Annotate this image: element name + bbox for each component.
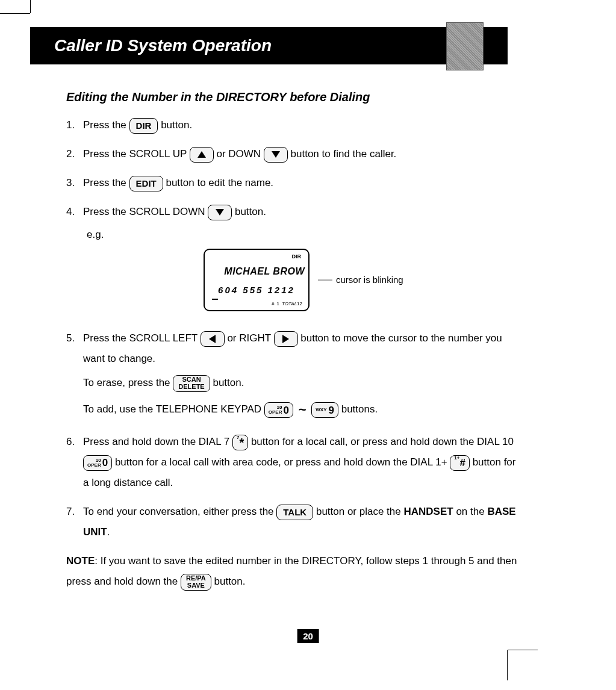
lcd-total-label: TOTAL	[282, 301, 297, 306]
button-label-top: RE/PA	[186, 575, 206, 582]
text: button.	[235, 206, 266, 217]
section-header: Caller ID System Operation	[30, 27, 508, 64]
step-6: 6. Press and hold down the DIAL 7 7 * bu…	[66, 432, 524, 493]
talk-button: TALK	[276, 505, 313, 520]
lcd-footer: # 1 TOTAL12	[208, 299, 305, 309]
text: button or place the	[316, 506, 404, 517]
crop-mark	[507, 650, 508, 680]
keypad-9-button: WXY 9	[311, 402, 338, 418]
keypad-star-button: 7 *	[232, 435, 248, 450]
key-super: OPER	[269, 410, 282, 415]
text: Press the	[83, 119, 129, 131]
text: button for a local call with area code, …	[115, 456, 450, 468]
text: .	[107, 526, 110, 538]
thumb-tab-graphic	[446, 22, 484, 70]
arrow-left-icon	[209, 335, 216, 343]
text: button for a local call, or press and ho…	[251, 436, 514, 447]
cursor-indicator	[212, 299, 218, 300]
key-symbol: *	[239, 437, 244, 449]
lcd-example: DIR MICHAEL BROW 604 555 1212 # 1 TOTAL1…	[204, 249, 524, 311]
text: Press the	[83, 177, 129, 188]
edit-button: EDIT	[129, 176, 163, 191]
scroll-up-button	[190, 147, 214, 163]
scroll-down-button	[264, 147, 288, 163]
subheading: Editing the Number in the DIRECTORY befo…	[66, 90, 524, 104]
step-number: 4.	[66, 202, 83, 320]
scroll-down-button	[208, 205, 232, 220]
key-super: OPER	[87, 463, 101, 468]
scroll-right-button	[274, 331, 298, 347]
section-title: Caller ID System Operation	[54, 36, 272, 55]
text: Press the SCROLL UP	[83, 148, 190, 160]
lcd-name: MICHAEL BROW	[208, 262, 305, 281]
step-number: 2.	[66, 144, 83, 164]
arrow-down-icon	[272, 151, 280, 158]
scroll-left-button	[201, 331, 225, 347]
text: To erase, press the	[83, 377, 173, 388]
arrow-up-icon	[198, 151, 206, 158]
crop-mark	[0, 13, 30, 14]
step-4: 4. Press the SCROLL DOWN button. e.g. DI…	[66, 202, 524, 320]
scan-delete-button: SCAN DELETE	[173, 375, 210, 392]
key-super: 1+	[454, 456, 459, 461]
lcd-total-value: 12	[297, 301, 302, 306]
content-area: Editing the Number in the DIRECTORY befo…	[66, 90, 524, 592]
lcd-mode: DIR	[208, 251, 305, 262]
example-label: e.g.	[87, 225, 524, 245]
text: or RIGHT	[227, 332, 273, 344]
step-7: 7. To end your conversation, either pres…	[66, 502, 524, 542]
button-label-bottom: DELETE	[178, 384, 204, 391]
page-number: 20	[297, 629, 319, 643]
text: To end your conversation, either press t…	[83, 506, 276, 517]
step-list: 1. Press the DIR button. 2. Press the SC…	[66, 115, 524, 542]
text: To add, use the TELEPHONE KEYPAD	[83, 403, 264, 415]
text: buttons.	[341, 403, 378, 415]
keypad-hash-button: 1+ #	[450, 455, 470, 471]
text: on the	[456, 506, 487, 517]
text: : If you want to save the edited number …	[66, 555, 517, 587]
lcd-number: 604 555 1212	[208, 281, 305, 299]
manual-page: Caller ID System Operation Editing the N…	[0, 0, 616, 690]
text: Press the SCROLL DOWN	[83, 206, 208, 217]
lcd-callout: cursor is blinking	[318, 271, 403, 289]
arrow-down-icon	[216, 209, 224, 216]
handset-label: HANDSET	[403, 506, 453, 517]
step-3: 3. Press the EDIT button to edit the nam…	[66, 173, 524, 193]
text: button to find the caller.	[291, 148, 397, 160]
lcd-hash: #	[272, 301, 274, 306]
button-label-bottom: SAVE	[187, 582, 205, 589]
callout-text: cursor is blinking	[336, 271, 403, 289]
arrow-right-icon	[282, 335, 289, 343]
button-label-top: SCAN	[182, 376, 201, 384]
lcd-screen: DIR MICHAEL BROW 604 555 1212 # 1 TOTAL1…	[204, 249, 310, 311]
step-number: 1.	[66, 115, 83, 135]
key-digit: 9	[329, 405, 334, 415]
note-label: NOTE	[66, 555, 95, 567]
keypad-0-button: 10OPER 0	[83, 455, 112, 471]
step-2: 2. Press the SCROLL UP or DOWN button to…	[66, 144, 524, 164]
step-number: 3.	[66, 173, 83, 193]
repa-save-button: RE/PA SAVE	[181, 574, 211, 591]
text: or DOWN	[216, 148, 263, 160]
key-symbol: #	[459, 458, 465, 468]
dir-button: DIR	[129, 118, 158, 134]
crop-mark	[30, 0, 31, 13]
callout-line-icon	[318, 279, 332, 281]
text: button to edit the name.	[166, 177, 273, 188]
step-number: 6.	[66, 432, 83, 493]
key-digit: 0	[102, 458, 108, 468]
text: button.	[213, 377, 244, 388]
text: Press and hold down the DIAL 7	[83, 436, 232, 447]
key-letters: WXY	[316, 408, 326, 412]
range-tilde: ~	[299, 402, 306, 417]
text: Press the SCROLL LEFT	[83, 332, 201, 344]
lcd-index: 1	[277, 301, 279, 306]
keypad-0-button: 10OPER 0	[264, 402, 293, 418]
note: NOTE: If you want to save the edited num…	[66, 551, 524, 592]
step-number: 7.	[66, 502, 83, 542]
text: button.	[214, 576, 246, 587]
crop-mark	[508, 650, 538, 650]
text: button.	[161, 119, 192, 131]
step-5: 5. Press the SCROLL LEFT or RIGHT button…	[66, 328, 524, 423]
step-1: 1. Press the DIR button.	[66, 115, 524, 135]
